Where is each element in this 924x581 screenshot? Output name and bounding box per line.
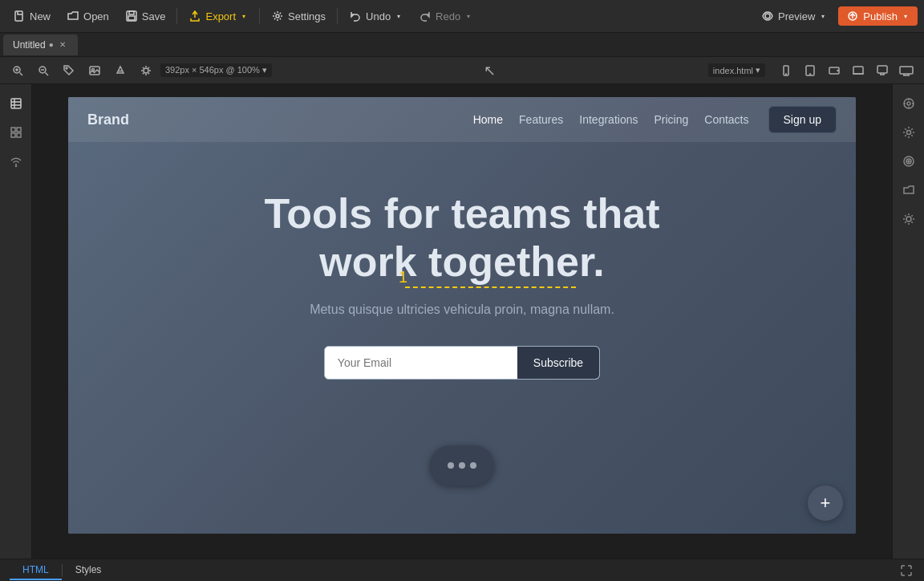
toolbar-divider-1	[176, 8, 177, 24]
redo-button[interactable]: Redo ▾	[412, 6, 479, 26]
canvas-size-display[interactable]: 392px × 546px @ 100% ▾	[160, 63, 272, 77]
webpage-hero: Tools for teams that work together. 1 Me…	[68, 142, 856, 412]
text-cursor-overlay	[405, 286, 576, 288]
save-button[interactable]: Save	[119, 6, 172, 26]
svg-point-4	[276, 14, 279, 18]
components-sidebar-button[interactable]	[3, 120, 29, 145]
redo-label: Redo	[436, 10, 460, 22]
desktop-view-button[interactable]	[871, 59, 894, 82]
cursor-indicator: ↖	[484, 62, 496, 79]
nav-link-features[interactable]: Features	[519, 113, 563, 126]
canvas-area[interactable]: Brand Home Features Integrations Pricing…	[32, 84, 892, 559]
folder-button[interactable]	[896, 177, 922, 203]
svg-point-29	[907, 102, 910, 105]
fab-add-button[interactable]: +	[808, 486, 843, 521]
color-button[interactable]	[109, 59, 132, 82]
gear-settings-button[interactable]	[896, 120, 922, 145]
svg-point-30	[906, 131, 910, 135]
settings-label: Settings	[288, 10, 326, 22]
svg-point-9	[66, 67, 67, 69]
bottom-bar: HTML Styles	[0, 559, 924, 581]
nav-link-home[interactable]: Home	[473, 113, 503, 126]
svg-rect-0	[15, 11, 22, 21]
webpage-email-input[interactable]	[325, 347, 517, 379]
svg-rect-26	[17, 133, 21, 137]
tab-modified-dot: ●	[49, 40, 54, 49]
redo-dropdown-arrow: ▾	[464, 12, 472, 20]
webpage-nav-links: Home Features Integrations Pricing Conta…	[473, 113, 749, 126]
publish-icon	[846, 10, 859, 22]
svg-point-12	[144, 68, 148, 73]
main-layout: Brand Home Features Integrations Pricing…	[0, 84, 924, 559]
webpage-email-form: Subscribe	[324, 346, 600, 380]
webpage-brand: Brand	[87, 112, 129, 128]
redo-icon	[419, 10, 432, 22]
sun-button[interactable]	[896, 206, 922, 232]
svg-rect-20	[877, 66, 887, 73]
target-button[interactable]	[896, 148, 922, 174]
bottom-right-area	[898, 563, 914, 579]
preview-button[interactable]: Preview ▾	[753, 6, 835, 26]
tag-button[interactable]	[58, 59, 80, 82]
layers-sidebar-button[interactable]	[3, 91, 29, 116]
laptop-view-button[interactable]	[847, 59, 869, 82]
nav-link-integrations[interactable]: Integrations	[579, 113, 638, 126]
tab-untitled[interactable]: Untitled ● ✕	[3, 35, 78, 55]
open-button[interactable]: Open	[60, 6, 116, 26]
svg-point-33	[908, 160, 910, 162]
toolbar-divider-3	[337, 8, 338, 24]
tablet-portrait-view-button[interactable]	[799, 59, 821, 82]
hero-title-line1: Tools for teams that	[264, 190, 659, 237]
floating-dots-button[interactable]	[430, 445, 494, 486]
undo-dropdown-arrow: ▾	[395, 12, 403, 20]
webpage-hero-subtitle: Metus quisque ultricies vehicula proin, …	[310, 303, 614, 317]
export-label: Export	[205, 10, 236, 22]
webpage-preview: Brand Home Features Integrations Pricing…	[68, 97, 856, 534]
svg-rect-19	[853, 67, 863, 74]
nav-link-pricing[interactable]: Pricing	[654, 113, 688, 126]
svg-point-18	[837, 70, 838, 71]
webpage-hero-title: Tools for teams that work together. 1	[264, 190, 659, 286]
bottom-expand-icon[interactable]	[898, 563, 914, 579]
webpage-subscribe-button[interactable]: Subscribe	[517, 347, 599, 379]
save-label: Save	[142, 10, 166, 22]
tab-close-button[interactable]: ✕	[57, 39, 68, 51]
zoom-in-button[interactable]	[6, 59, 29, 82]
svg-rect-25	[11, 133, 15, 137]
export-icon	[188, 10, 201, 22]
image-button[interactable]	[83, 59, 106, 82]
size-text: 392px × 546px @ 100%	[165, 65, 260, 75]
tablet-landscape-view-button[interactable]	[823, 59, 845, 82]
viewport-buttons	[775, 59, 918, 82]
open-label: Open	[83, 10, 109, 22]
nav-link-contacts[interactable]: Contacts	[704, 113, 748, 126]
webpage-signup-button[interactable]: Sign up	[768, 106, 837, 133]
export-button[interactable]: Export ▾	[182, 6, 254, 26]
wifi-sidebar-button[interactable]	[3, 148, 29, 174]
undo-label: Undo	[366, 10, 391, 22]
preview-label: Preview	[778, 10, 815, 22]
page-selector[interactable]: index.html ▾	[708, 63, 765, 77]
svg-rect-21	[900, 67, 913, 74]
settings-icon	[271, 10, 284, 22]
bottom-tab-styles[interactable]: Styles	[63, 561, 115, 580]
bottom-tab-html[interactable]: HTML	[10, 561, 62, 580]
undo-button[interactable]: Undo ▾	[342, 6, 409, 26]
svg-point-27	[15, 166, 16, 167]
new-label: New	[30, 10, 51, 22]
publish-button[interactable]: Publish ▾	[838, 6, 918, 26]
wide-view-button[interactable]	[895, 59, 918, 82]
mobile-view-button[interactable]	[775, 59, 797, 82]
new-button[interactable]: New	[6, 6, 57, 26]
svg-point-14	[786, 74, 787, 75]
left-sidebar	[0, 84, 32, 559]
preview-dropdown-arrow: ▾	[819, 12, 827, 20]
svg-point-5	[765, 14, 770, 18]
dot-3	[470, 462, 476, 469]
zoom-out-button[interactable]	[32, 59, 55, 82]
svg-rect-23	[11, 128, 15, 132]
color-palette-button[interactable]	[896, 91, 922, 116]
publish-dropdown-arrow: ▾	[902, 12, 910, 20]
brightness-button[interactable]	[135, 59, 157, 82]
settings-button[interactable]: Settings	[265, 6, 332, 26]
